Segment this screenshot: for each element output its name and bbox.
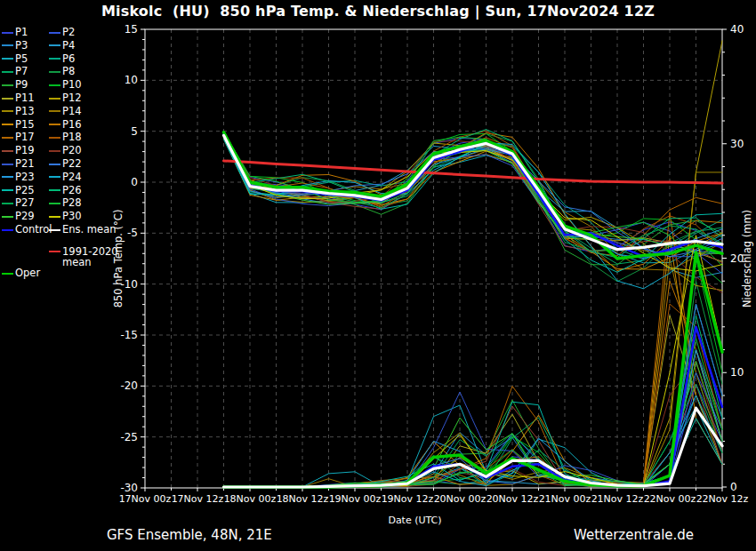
legend-ens-mean-swatch xyxy=(49,229,60,231)
legend-member-p19-label: P19 xyxy=(15,145,35,156)
legend-row: Oper xyxy=(2,267,117,280)
legend-member-p30-swatch xyxy=(49,216,60,218)
legend-row: P29P30 xyxy=(2,210,117,223)
date-tick-label: 21Nov 12z xyxy=(591,493,644,505)
legend-member-p16-label: P16 xyxy=(62,119,82,131)
legend-member-p26-swatch xyxy=(49,189,60,191)
legend-member-p21: P21 xyxy=(2,157,35,171)
legend-member-p27: P27 xyxy=(2,196,35,210)
legend-member-p21-label: P21 xyxy=(15,158,35,170)
legend-member-p18-label: P18 xyxy=(62,132,82,143)
legend-climate-mean-swatch xyxy=(49,251,60,252)
member-temp-line-P12 xyxy=(224,131,723,290)
legend-member-p25: P25 xyxy=(2,184,35,197)
legend-row: P5P6 xyxy=(2,52,117,66)
legend-member-p17-label: P17 xyxy=(15,132,35,143)
legend-member-p7-label: P7 xyxy=(15,66,28,77)
legend-member-p5-swatch xyxy=(2,58,13,60)
date-tick-label: 22Nov 00z xyxy=(644,493,696,505)
legend-member-p24: P24 xyxy=(49,171,82,184)
legend-member-p17-swatch xyxy=(2,137,13,139)
legend-member-p15: P15 xyxy=(2,118,35,132)
legend-member-p27-swatch xyxy=(2,203,13,204)
legend-climate-mean: 1991-2020mean xyxy=(49,246,118,260)
legend-member-p16: P16 xyxy=(49,118,82,132)
legend-member-p19: P19 xyxy=(2,144,35,157)
legend-member-p10-swatch xyxy=(49,84,60,86)
legend-row: P23P24 xyxy=(2,171,117,184)
temp-tick-label: -15 xyxy=(120,329,138,341)
legend-member-p13: P13 xyxy=(2,105,35,118)
temp-tick-label: 15 xyxy=(125,23,138,36)
precip-tick-label: 30 xyxy=(730,138,744,150)
legend-member-p26: P26 xyxy=(49,184,82,197)
legend-member-p4-label: P4 xyxy=(62,40,75,52)
legend-member-p11-label: P11 xyxy=(15,92,35,104)
legend-member-p13-swatch xyxy=(2,110,13,112)
member-precip-line-P17 xyxy=(224,212,723,487)
legend-member-p15-swatch xyxy=(2,124,13,125)
legend-row: P11P12 xyxy=(2,92,117,105)
legend-member-p20-swatch xyxy=(49,150,60,152)
legend-member-p27-label: P27 xyxy=(15,197,35,209)
legend-member-p26-label: P26 xyxy=(62,185,82,196)
legend-member-p12-label: P12 xyxy=(62,92,82,104)
legend-member-p28-label: P28 xyxy=(62,197,82,209)
legend-row: P27P28 xyxy=(2,196,117,210)
legend-member-p14-label: P14 xyxy=(62,106,82,117)
legend-member-p10: P10 xyxy=(49,78,82,92)
site-credit-label: Wetterzentrale.de xyxy=(574,527,694,543)
legend-row: P7P8 xyxy=(2,65,117,78)
date-tick-label: 20Nov 12z xyxy=(487,493,539,505)
legend-member-p11: P11 xyxy=(2,92,35,105)
legend-member-p9-label: P9 xyxy=(15,79,28,91)
legend-ens-mean-label: Ens. mean xyxy=(62,224,116,236)
legend-row: P13P14 xyxy=(2,105,117,118)
legend-member-p30: P30 xyxy=(49,210,82,223)
legend-member-p12: P12 xyxy=(49,92,82,105)
legend-oper-swatch xyxy=(2,273,13,275)
legend-member-p23-swatch xyxy=(2,176,13,178)
legend-member-p3: P3 xyxy=(2,39,28,52)
legend-control-label: Control xyxy=(15,224,52,236)
legend-member-p5-label: P5 xyxy=(15,53,28,65)
legend-member-p22-swatch xyxy=(49,164,60,165)
climate-mean-temp-line xyxy=(224,161,723,183)
temp-tick-label: -30 xyxy=(120,482,138,494)
precip-tick-label: 0 xyxy=(730,481,737,493)
legend-member-p6-label: P6 xyxy=(62,53,75,65)
legend-member-p29: P29 xyxy=(2,210,35,223)
legend-oper-label: Oper xyxy=(15,268,40,279)
legend-member-p21-swatch xyxy=(2,164,13,165)
legend-member-p1-swatch xyxy=(2,32,13,34)
legend-member-p19-swatch xyxy=(2,150,13,152)
legend-control-swatch xyxy=(2,229,13,231)
legend-control: Control xyxy=(2,223,52,236)
legend-member-p14: P14 xyxy=(49,105,82,118)
legend-member-p25-swatch xyxy=(2,189,13,191)
legend-row: P17P18 xyxy=(2,131,117,144)
model-info-label: GFS Ensemble, 48N, 21E xyxy=(107,527,272,543)
legend-member-p9-swatch xyxy=(2,84,13,86)
legend-member-p29-label: P29 xyxy=(15,211,35,222)
legend-member-p8-label: P8 xyxy=(62,66,75,77)
legend-member-p3-swatch xyxy=(2,44,13,46)
legend-member-p2-label: P2 xyxy=(62,27,75,38)
legend-member-p4-swatch xyxy=(49,44,60,46)
legend-member-p22-label: P22 xyxy=(62,158,82,170)
legend-member-p11-swatch xyxy=(2,98,13,100)
legend-member-p6: P6 xyxy=(49,52,75,66)
legend-member-p28-swatch xyxy=(49,203,60,204)
legend-member-p15-label: P15 xyxy=(15,119,35,131)
legend-member-p24-label: P24 xyxy=(62,172,82,183)
temp-tick-label: 5 xyxy=(131,125,138,138)
legend-member-p2-swatch xyxy=(49,32,60,34)
date-tick-label: 18Nov 12z xyxy=(277,493,329,505)
legend-member-p22: P22 xyxy=(49,157,82,171)
precip-tick-label: 10 xyxy=(730,366,744,379)
date-tick-label: 22Nov 12z xyxy=(696,493,749,505)
precip-tick-label: 40 xyxy=(730,23,744,36)
legend-ens-mean: Ens. mean xyxy=(49,223,116,236)
member-precip-line-P18 xyxy=(224,304,723,487)
legend-member-p1-label: P1 xyxy=(15,27,28,38)
